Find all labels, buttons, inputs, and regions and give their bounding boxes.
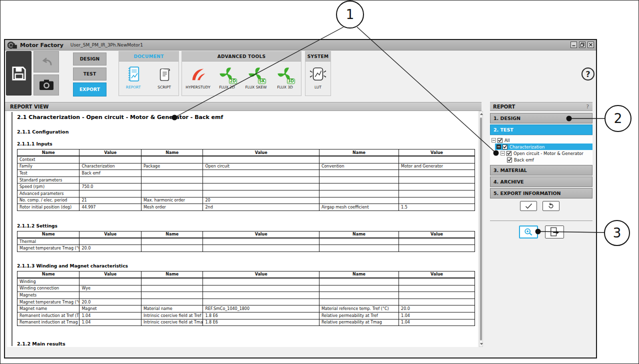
table-cell (399, 238, 475, 245)
flux-2d-fan-icon: 2D (219, 64, 235, 84)
table-cell (399, 245, 475, 252)
advanced-tools-group: ADVANCED TOOLS HYPERSTUDY (182, 51, 302, 96)
table-header-row: NameValueNameValueNameValue (18, 231, 475, 238)
sidebar-section-export-information[interactable]: 5. EXPORT INFORMATION (490, 188, 592, 198)
table-cell: Magnet temperature Tmag (°C) (18, 298, 80, 306)
reset-button[interactable] (542, 201, 560, 211)
table-cell: 1.04 (80, 319, 142, 326)
hyperstudy-tool-button[interactable]: HYPERSTUDY (185, 64, 211, 90)
motor-factory-logo-icon (8, 41, 17, 50)
minimize-button[interactable] (570, 42, 577, 48)
table-cell (319, 156, 398, 163)
column-header: Name (319, 150, 398, 156)
table-row: Magnets (18, 292, 475, 299)
tree-item-back-emf[interactable]: Back emf (490, 156, 592, 163)
apply-button[interactable] (520, 201, 537, 211)
sidebar-section-archive[interactable]: 4. ARCHIVE (490, 176, 592, 187)
table-cell: Intrinsic coercive field at Tmag (A/m) (141, 319, 203, 326)
table-row: Remanent induction at Tmag (T)1.04Intrin… (18, 319, 475, 326)
script-tool-button[interactable]: SCRIPT (152, 64, 178, 90)
table-cell (203, 238, 319, 245)
tree-item-all[interactable]: All (490, 137, 592, 144)
column-header: Value (203, 271, 319, 278)
scroll-up-icon[interactable] (480, 113, 483, 115)
scrollbar-thumb[interactable] (480, 118, 482, 340)
close-button[interactable] (588, 42, 594, 48)
checkbox-back-emf[interactable] (507, 158, 512, 162)
report-tool-button[interactable]: REPORT (120, 64, 146, 90)
table-cell: 20.0 (80, 298, 142, 306)
checkbox-all[interactable] (498, 138, 502, 143)
table-cell: No. comp. / elec. period (18, 197, 80, 204)
table-cell (141, 245, 203, 252)
report-document: 2.1 Characterization - Open circuit - Mo… (7, 111, 478, 347)
tree-item-characterization[interactable]: Characterization (490, 144, 592, 150)
sidebar-section-test[interactable]: 2. TEST (490, 124, 592, 135)
table-cell (141, 156, 203, 163)
report-view-title: REPORT VIEW (10, 104, 48, 110)
nav-export-button[interactable]: EXPORT (73, 82, 106, 96)
flux-3d-badge: 3D (287, 78, 295, 84)
table-cell: Material name (141, 306, 203, 312)
screenshot-camera-button[interactable] (34, 74, 59, 96)
app-window: Motor Factory User_SM_PM_IR_3Ph.NewMotor… (4, 39, 597, 358)
sidebar-section-design[interactable]: 1. DESIGN (490, 113, 592, 124)
nav-design-button[interactable]: DESIGN (73, 52, 106, 66)
settings-table: NameValueNameValueNameValueThermalMagnet… (17, 231, 475, 252)
table-cell (203, 176, 319, 184)
flux-3d-fan-icon: 3D (277, 64, 293, 84)
callout-3-number: 3 (613, 226, 622, 240)
nav-test-button[interactable]: TEST (73, 68, 106, 80)
column-header: Name (18, 271, 80, 278)
table-row: Remanent induction at Tref (T)1.04Intrin… (18, 312, 475, 319)
report-tree: All Characterization Open circuit - Moto… (490, 136, 592, 164)
flux-3d-label: FLUX 3D (277, 85, 293, 90)
table-cell: Remanent induction at Tref (T) (18, 312, 80, 319)
report-scrollbar[interactable] (479, 111, 483, 347)
help-question-icon: ? (586, 70, 590, 79)
table-cell (80, 176, 142, 184)
collapse-icon[interactable] (500, 151, 505, 156)
table-cell (141, 292, 203, 299)
preview-button[interactable] (519, 226, 538, 238)
table-cell: Speed (rpm) (18, 184, 80, 190)
table-row: Rotor initial position (deg)44.997Mesh o… (18, 204, 475, 211)
undo-button[interactable] (34, 51, 59, 72)
checkbox-characterization[interactable] (502, 144, 508, 150)
flux3d-tool-button[interactable]: 3D FLUX 3D (272, 64, 298, 90)
collapse-icon[interactable] (492, 138, 496, 142)
fluxskew-tool-button[interactable]: SK FLUX SKEW (243, 64, 269, 90)
table-cell: 1.04 (399, 319, 475, 326)
heading-inputs: 2.1.1.1 Inputs (17, 142, 475, 146)
column-header: Name (319, 231, 398, 238)
checkbox-open-circuit[interactable] (506, 151, 512, 156)
tree-label-back-emf: Back emf (514, 158, 534, 162)
column-header: Value (399, 271, 475, 278)
table-cell: Motor and Generator (399, 163, 475, 170)
table-cell (203, 190, 319, 197)
collapse-icon[interactable] (496, 144, 501, 149)
heading-winding: 2.1.1.3 Winding and Magnet characteristi… (17, 264, 475, 268)
sidebar-divider (490, 220, 592, 221)
lut-tool-button[interactable]: LUT (306, 64, 330, 90)
table-cell (319, 278, 398, 285)
table-cell (319, 197, 398, 204)
tree-item-open-circuit[interactable]: Open circuit - Motor & Generator (490, 150, 592, 156)
title-bar: Motor Factory User_SM_PM_IR_3Ph.NewMotor… (5, 40, 596, 50)
table-cell (141, 176, 203, 184)
flux-skew-label: FLUX SKEW (246, 85, 267, 90)
table-cell (80, 238, 142, 245)
scroll-down-icon[interactable] (480, 343, 483, 345)
help-button[interactable]: ? (582, 68, 594, 80)
flux2d-tool-button[interactable]: 2D FLUX 2D (214, 64, 240, 90)
callout-3: 3 (604, 220, 630, 246)
table-cell (399, 184, 475, 190)
column-header: Value (399, 231, 475, 238)
export-report-button[interactable] (545, 226, 564, 238)
table-cell (399, 298, 475, 306)
save-button[interactable] (6, 51, 32, 96)
sidebar-section-material[interactable]: 3. MATERIAL (490, 165, 592, 176)
restore-button[interactable] (579, 42, 586, 48)
sidebar-help-icon[interactable]: ? (586, 104, 589, 110)
table-row: Magnet temperature Tmag (°C)20.0 (18, 245, 475, 252)
